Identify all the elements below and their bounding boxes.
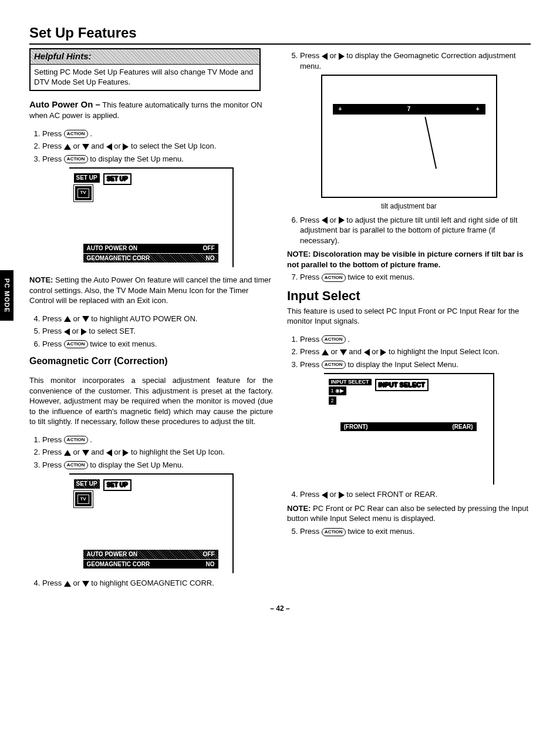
- step-text: or: [329, 490, 336, 499]
- step-text: Press: [42, 579, 62, 587]
- step-text: and: [91, 448, 104, 456]
- tilt-plus-left: +: [339, 105, 342, 113]
- auto-power-intro: Auto Power On – This feature automatical…: [29, 99, 273, 121]
- step-text: Press: [42, 129, 62, 138]
- osd-front-rear: (FRONT) (REAR): [340, 422, 477, 432]
- down-arrow-icon: [340, 349, 347, 355]
- list-item: Press ACTION .: [42, 435, 273, 445]
- osd-input-row-2: 2: [329, 396, 336, 405]
- list-item: Press ACTION to display the Set Up menu.: [42, 154, 273, 164]
- step-text: Press: [300, 273, 319, 281]
- action-button-icon: ACTION: [322, 335, 346, 344]
- step-text: twice to exit menus.: [348, 273, 414, 281]
- note-text: Setting the Auto Power On feature will c…: [29, 275, 271, 305]
- tilt-value: 7: [407, 105, 411, 113]
- geo-steps-right: Press or to display the Geomagnetic Corr…: [287, 51, 531, 71]
- osd-line-left: GEOMAGNETIC CORR: [87, 254, 150, 263]
- action-button-icon: ACTION: [64, 130, 88, 138]
- osd-setup-big: SET UP: [103, 173, 131, 185]
- helpful-hints-box: Helpful Hints: Setting PC Mode Set Up Fe…: [29, 48, 261, 90]
- list-item: Press or to adjust the picture tilt unti…: [300, 215, 531, 246]
- action-button-icon: ACTION: [322, 274, 346, 282]
- list-item: Press or and or to highlight the Input S…: [300, 347, 531, 357]
- step-text: Press: [300, 527, 319, 536]
- geo-note: NOTE: Discoloration may be visible in pi…: [287, 249, 531, 270]
- step-text: Press: [300, 490, 319, 499]
- step-text: Press: [42, 154, 62, 163]
- input-select-heading: Input Select: [287, 287, 531, 305]
- down-arrow-icon: [82, 144, 89, 150]
- input-select-osd-screenshot: INPUT SELECT 1 ◉▶ 2 INPUT SELECT (FRONT)…: [324, 373, 494, 485]
- down-arrow-icon: [82, 581, 89, 587]
- left-arrow-icon: [106, 449, 112, 456]
- input-steps: Press ACTION . Press or and or to highli…: [287, 334, 531, 370]
- step-text: or: [114, 448, 121, 456]
- step-text: Press: [300, 347, 319, 356]
- list-item: Press ACTION to display the Set Up Menu.: [42, 460, 273, 470]
- action-button-icon: ACTION: [322, 361, 346, 369]
- right-column: Press or to display the Geomagnetic Corr…: [287, 48, 531, 592]
- step-text: or: [72, 327, 79, 335]
- list-item: Press or to highlight AUTO POWER ON.: [42, 314, 273, 324]
- auto-power-lead: Auto Power On –: [29, 99, 100, 109]
- step-text: Press: [42, 339, 62, 348]
- step-text: or: [372, 347, 379, 356]
- up-arrow-icon: [64, 144, 71, 150]
- left-column: Helpful Hints: Setting PC Mode Set Up Fe…: [29, 48, 273, 592]
- down-arrow-icon: [82, 316, 89, 322]
- geo-steps: Press ACTION . Press or and or to highli…: [29, 435, 273, 470]
- step-text: .: [90, 129, 92, 138]
- action-button-icon: ACTION: [64, 461, 88, 469]
- tilt-line-icon: [424, 117, 437, 169]
- osd-setup-small: SET UP: [74, 479, 100, 489]
- osd-line: GEOMAGNETIC CORR NO: [83, 254, 218, 263]
- osd-line: GEOMAGNETIC CORR NO: [83, 560, 218, 569]
- step-text: to select the Set Up Icon.: [131, 142, 216, 150]
- list-item: Press or to select SET.: [42, 326, 273, 337]
- list-item: Press or to select FRONT or REAR.: [300, 489, 531, 500]
- hints-header: Helpful Hints:: [31, 49, 259, 64]
- list-item: Press or and or to highlight the Set Up …: [42, 447, 273, 458]
- step-text: Press: [42, 448, 62, 456]
- page-number: – 42 –: [29, 604, 531, 613]
- step-text: Press: [42, 460, 62, 469]
- action-button-icon: ACTION: [64, 436, 88, 444]
- osd-line-right: OFF: [203, 550, 215, 559]
- step-text: Press: [42, 314, 62, 323]
- left-arrow-icon: [106, 143, 112, 150]
- note-label: NOTE:: [287, 504, 311, 513]
- right-arrow-icon: [123, 143, 129, 150]
- step-text: .: [90, 435, 92, 444]
- input-steps-2: Press or to select FRONT or REAR.: [287, 489, 531, 500]
- right-arrow-icon: [380, 349, 386, 356]
- step-text: to display the Set Up Menu.: [90, 460, 184, 469]
- side-tab: PC MODE: [0, 270, 14, 321]
- geo-steps-2: Press or to highlight GEOMAGNETIC CORR.: [29, 578, 273, 589]
- left-arrow-icon: [364, 349, 370, 356]
- auto-power-note: NOTE: Setting the Auto Power On feature …: [29, 275, 273, 306]
- step-text: twice to exit menus.: [90, 339, 157, 348]
- left-arrow-icon: [64, 328, 70, 335]
- auto-power-steps-2: Press or to highlight AUTO POWER ON. Pre…: [29, 314, 273, 349]
- step-text: or: [73, 448, 80, 456]
- tilt-caption: tilt adjustment bar: [287, 201, 531, 211]
- step-text: to highlight AUTO POWER ON.: [91, 314, 197, 323]
- osd-line-left: AUTO POWER ON: [87, 244, 137, 253]
- tilt-plus-right: +: [476, 105, 480, 113]
- left-arrow-icon: [322, 53, 328, 60]
- up-arrow-icon: [64, 581, 71, 587]
- right-arrow-icon: [81, 328, 87, 335]
- osd-setup-small: SET UP: [74, 173, 100, 183]
- step-text: or: [73, 579, 80, 587]
- setup-osd-screenshot-2: SET UP TV SET UP AUTO POWER ON OFF GEOMA…: [69, 473, 234, 573]
- right-arrow-icon: [339, 217, 345, 224]
- note-text: PC Front or PC Rear can also be selected…: [287, 504, 528, 523]
- page-title: Set Up Features: [29, 23, 531, 45]
- list-item: Press or and or to select the Set Up Ico…: [42, 141, 273, 152]
- osd-line: AUTO POWER ON OFF: [83, 550, 218, 559]
- step-text: Press: [42, 327, 62, 335]
- geomagnetic-intro: This monitor incorporates a special adju…: [29, 375, 273, 427]
- step-text: Press: [300, 360, 319, 369]
- geomagnetic-heading: Geomagnetic Corr (Correction): [29, 355, 273, 368]
- step-text: or: [329, 216, 336, 224]
